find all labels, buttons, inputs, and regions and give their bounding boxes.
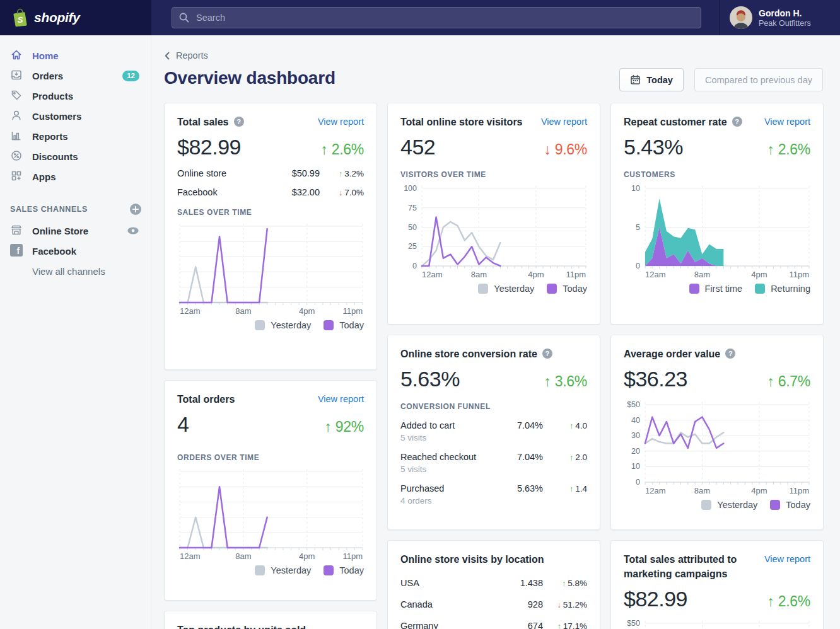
user-menu[interactable]: Gordon H. Peak Outfitters [719,0,840,35]
section-label: CUSTOMERS [624,170,810,179]
orders-count-badge: 12 [122,71,139,81]
total-sales-card: Total sales ? View report $82.99 ↑ 2.6% … [164,103,377,370]
card-title: Total sales attributed to marketing camp… [624,552,754,581]
total-sales-value: $82.99 [177,135,320,159]
card-title: Average order value [624,347,720,361]
view-report-link[interactable]: View report [318,392,364,407]
svg-text:8am: 8am [235,551,251,561]
page-title: Overview dashboard [164,68,619,88]
section-label: SALES OVER TIME [177,208,364,217]
location-row: USA 1.438 ↑5.8% [400,578,587,588]
view-store-eye-button[interactable] [127,224,139,237]
customers-stacked-area-chart: 051012am8am4pm11pm [624,184,812,280]
search-icon [178,12,190,26]
legend-swatch-yesterday [255,565,265,575]
up-arrow-icon: ↑ [557,622,561,629]
svg-text:$50: $50 [627,619,640,628]
sidebar-item-discounts[interactable]: Discounts [0,146,151,166]
avatar [730,6,752,29]
view-report-link[interactable]: View report [318,115,364,129]
marketing-sales-chart: $5012am8am4pm11pm [624,619,812,629]
up-arrow-icon: ↑ [339,170,342,178]
svg-text:12am: 12am [422,270,443,279]
svg-text:20: 20 [631,447,640,456]
visitors-value: 452 [400,135,544,159]
legend-swatch-today [324,565,334,575]
orders-over-time-chart: 12am8am4pm11pm [177,467,365,562]
view-report-link[interactable]: View report [541,115,587,129]
svg-text:40: 40 [631,416,640,425]
sidebar-item-reports[interactable]: Reports [0,126,151,146]
sidebar-item-apps[interactable]: Apps [0,166,151,187]
sidebar-item-facebook[interactable]: f Facebook [0,241,151,261]
up-arrow-icon: ↑ [569,453,573,462]
sales-channels-header: SALES CHANNELS [0,203,151,216]
breadcrumb[interactable]: Reports [164,50,208,61]
compare-button[interactable]: Compared to previous day [694,68,823,91]
repeat-customer-rate-card: Repeat customer rate ? View report 5.43%… [610,103,824,325]
apps-grid-icon [10,170,23,184]
help-icon[interactable]: ? [234,117,244,127]
visitors-card: Total online store visitors View report … [387,103,600,325]
brand-logo[interactable]: S shopify [0,0,151,35]
conversion-value: 5.63% [400,367,544,391]
average-order-value-card: Average order value ? $36.23 ↑ 6.7% 0102… [610,335,824,530]
repeat-rate-delta: ↑ 2.6% [767,141,810,158]
facebook-icon: f [10,244,23,258]
aov-value: $36.23 [624,367,767,391]
svg-text:5: 5 [636,223,640,232]
total-orders-delta: ↑ 92% [325,418,364,436]
top-products-card: Top products by units sold [164,611,377,629]
view-all-channels-link[interactable]: View all channels [0,261,151,277]
user-store: Peak Outfitters [759,19,811,28]
svg-text:0: 0 [636,478,640,487]
svg-text:8am: 8am [235,306,251,316]
sidebar-item-home[interactable]: Home [0,45,151,66]
visitors-delta: ↓ 9.6% [544,141,587,158]
card-title: Online store conversion rate [400,347,537,361]
chart-legend: Yesterday Today [400,284,587,294]
add-channel-button[interactable] [129,203,142,216]
brand-wordmark: shopify [34,10,80,25]
global-search [172,7,701,28]
sales-breakdown-row: Online store $50.99 ↑3.2% [177,168,364,178]
bar-chart-icon [10,129,23,144]
help-icon[interactable]: ? [732,117,742,127]
chart-legend: Yesterday Today [177,320,364,330]
sales-over-time-chart: 12am8am4pm11pm [177,222,365,316]
aov-delta: ↑ 6.7% [767,373,810,390]
funnel-row: Reached checkout 5 visits 7.04% ↑2.0 [400,452,587,474]
date-range-button[interactable]: Today [619,68,684,91]
sidebar-item-customers[interactable]: Customers [0,106,151,126]
sidebar-item-orders[interactable]: Orders 12 [0,66,151,86]
cards-column-3: Repeat customer rate ? View report 5.43%… [610,103,824,629]
svg-text:8am: 8am [694,486,710,495]
main-content: Reports Overview dashboard Today Compare… [151,35,840,629]
legend-swatch-yesterday [255,320,265,330]
storefront-icon [10,224,23,238]
view-report-link[interactable]: View report [764,552,810,567]
card-title: Repeat customer rate [624,115,727,129]
visits-by-location-card: Online store visits by location USA 1.43… [387,540,600,629]
card-title: Total online store visitors [400,115,523,129]
calendar-icon [630,74,641,85]
help-icon[interactable]: ? [725,349,735,359]
card-title: Total orders [177,392,235,407]
svg-text:11pm: 11pm [789,270,809,279]
svg-text:10: 10 [631,462,640,471]
section-label: CONVERSION FUNNEL [400,402,587,411]
help-icon[interactable]: ? [542,349,552,359]
sidebar-item-online-store[interactable]: Online Store [0,221,151,241]
svg-text:8am: 8am [471,270,487,279]
conversion-delta: ↑ 3.6% [544,373,587,390]
svg-text:100: 100 [404,184,417,193]
search-input[interactable] [172,7,701,28]
chart-legend: First time Returning [624,284,810,294]
tag-icon [10,89,23,103]
total-orders-value: 4 [177,412,325,437]
shopify-bag-icon: S [11,8,28,27]
user-name: Gordon H. [759,8,811,19]
sidebar-item-products[interactable]: Products [0,86,151,106]
repeat-rate-value: 5.43% [624,135,767,159]
view-report-link[interactable]: View report [764,115,810,129]
